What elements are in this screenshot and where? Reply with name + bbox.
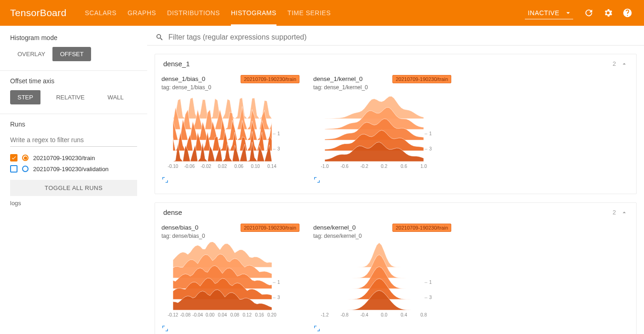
histogram-plot[interactable]: -1.0-0.6-0.20.20.61.013 bbox=[313, 93, 437, 172]
offset-axis-step[interactable]: STEP bbox=[10, 90, 40, 104]
svg-text:0.06: 0.06 bbox=[235, 164, 244, 169]
svg-text:-0.06: -0.06 bbox=[184, 164, 195, 169]
expand-button[interactable] bbox=[313, 176, 451, 185]
svg-text:0.20: 0.20 bbox=[267, 312, 276, 317]
run-name: 20210709-190230/train bbox=[33, 155, 95, 161]
run-selector-dropdown[interactable]: INACTIVE bbox=[525, 7, 573, 19]
svg-text:1: 1 bbox=[277, 131, 280, 136]
run-checkbox[interactable] bbox=[10, 165, 17, 173]
tag-group-count: 2 bbox=[613, 209, 616, 216]
svg-text:0.02: 0.02 bbox=[218, 164, 227, 169]
run-badge: 20210709-190230/train bbox=[241, 75, 299, 83]
svg-text:-1.2: -1.2 bbox=[321, 312, 329, 317]
svg-text:0.10: 0.10 bbox=[251, 164, 260, 169]
card-title: dense/kernel_0 bbox=[313, 224, 362, 232]
offset-axis-wall[interactable]: WALL bbox=[100, 90, 131, 104]
tag-group-header[interactable]: dense2 bbox=[155, 203, 636, 222]
chevron-down-icon bbox=[564, 9, 572, 17]
expand-button[interactable] bbox=[161, 325, 299, 334]
run-selector-label: INACTIVE bbox=[528, 9, 559, 17]
svg-text:-0.10: -0.10 bbox=[168, 164, 178, 169]
expand-button[interactable] bbox=[313, 325, 451, 334]
histogram-card: dense/bias_0tag: dense/bias_020210709-19… bbox=[161, 224, 299, 334]
histogram-plot[interactable]: -0.10-0.06-0.020.020.060.100.1413 bbox=[161, 93, 286, 172]
svg-text:1: 1 bbox=[277, 280, 280, 285]
svg-text:3: 3 bbox=[429, 295, 432, 300]
run-row[interactable]: 20210709-190230/train bbox=[10, 152, 137, 163]
tag-group-name: dense_1 bbox=[163, 60, 190, 68]
runs-filter-input[interactable] bbox=[10, 133, 137, 147]
card-tag: tag: dense/kernel_0 bbox=[313, 233, 362, 239]
runs-list: 20210709-190230/train20210709-190230/val… bbox=[10, 152, 137, 174]
run-radio[interactable] bbox=[22, 155, 29, 161]
toggle-all-runs-button[interactable]: TOGGLE ALL RUNS bbox=[10, 180, 137, 196]
hist-mode-overlay[interactable]: OVERLAY bbox=[10, 47, 52, 61]
svg-text:1.0: 1.0 bbox=[420, 164, 427, 169]
run-name: 20210709-190230/validation bbox=[33, 166, 109, 173]
settings-button[interactable] bbox=[602, 6, 615, 19]
sidebar: Histogram mode OVERLAYOFFSET Offset time… bbox=[0, 26, 147, 334]
fullscreen-icon bbox=[161, 176, 169, 184]
svg-text:-0.8: -0.8 bbox=[340, 312, 349, 317]
search-icon bbox=[155, 33, 164, 41]
fullscreen-icon bbox=[161, 325, 169, 332]
run-badge: 20210709-190230/train bbox=[392, 224, 451, 232]
svg-text:0.00: 0.00 bbox=[206, 312, 215, 317]
offset-axis-label: Offset time axis bbox=[10, 77, 137, 85]
help-button[interactable] bbox=[621, 6, 634, 19]
tag-group-name: dense bbox=[163, 208, 182, 216]
svg-text:-0.02: -0.02 bbox=[201, 164, 211, 169]
svg-text:0.08: 0.08 bbox=[230, 312, 240, 317]
run-badge: 20210709-190230/train bbox=[241, 224, 299, 232]
svg-text:-0.6: -0.6 bbox=[340, 164, 349, 169]
run-radio[interactable] bbox=[22, 166, 29, 172]
offset-axis-relative[interactable]: RELATIVE bbox=[49, 90, 92, 104]
run-row[interactable]: 20210709-190230/validation bbox=[10, 163, 137, 174]
svg-text:0.12: 0.12 bbox=[243, 312, 252, 317]
offset-axis-segmented: STEPRELATIVEWALL bbox=[10, 90, 139, 104]
top-app-bar: TensorBoard SCALARSGRAPHSDISTRIBUTIONSHI… bbox=[0, 0, 644, 26]
chevron-up-icon bbox=[621, 209, 628, 216]
card-tag: tag: dense/bias_0 bbox=[161, 233, 205, 239]
histogram-plot[interactable]: -0.12-0.08-0.040.000.040.080.120.160.201… bbox=[161, 242, 286, 320]
run-checkbox[interactable] bbox=[10, 154, 17, 161]
tab-histograms[interactable]: HISTOGRAMS bbox=[231, 0, 276, 26]
tag-group: dense_12dense_1/bias_0tag: dense_1/bias_… bbox=[155, 54, 637, 194]
svg-text:0.0: 0.0 bbox=[381, 312, 387, 317]
tag-filter-input[interactable] bbox=[168, 33, 636, 41]
hist-mode-segmented: OVERLAYOFFSET bbox=[10, 47, 91, 61]
svg-text:0.4: 0.4 bbox=[401, 312, 407, 317]
svg-text:-0.12: -0.12 bbox=[168, 312, 178, 317]
svg-text:0.2: 0.2 bbox=[381, 164, 387, 169]
histogram-plot[interactable]: -1.2-0.8-0.40.00.40.813 bbox=[313, 242, 437, 320]
svg-text:1: 1 bbox=[429, 280, 432, 285]
svg-text:3: 3 bbox=[277, 147, 280, 152]
logdir-label: logs bbox=[0, 200, 147, 207]
tag-filter-row bbox=[147, 26, 644, 46]
card-title: dense_1/bias_0 bbox=[161, 75, 211, 83]
expand-button[interactable] bbox=[161, 176, 299, 185]
tag-group-header[interactable]: dense_12 bbox=[155, 54, 636, 73]
svg-text:0.8: 0.8 bbox=[420, 312, 427, 317]
svg-text:3: 3 bbox=[429, 147, 432, 152]
hist-mode-offset[interactable]: OFFSET bbox=[52, 47, 91, 61]
svg-text:3: 3 bbox=[277, 295, 280, 300]
svg-text:0.14: 0.14 bbox=[267, 164, 276, 169]
svg-text:-0.04: -0.04 bbox=[192, 312, 203, 317]
svg-text:0.16: 0.16 bbox=[255, 312, 264, 317]
card-tag: tag: dense_1/kernel_0 bbox=[313, 84, 368, 91]
svg-text:-0.4: -0.4 bbox=[360, 312, 368, 317]
runs-label: Runs bbox=[10, 121, 137, 128]
svg-text:-0.08: -0.08 bbox=[180, 312, 190, 317]
tab-graphs[interactable]: GRAPHS bbox=[127, 0, 156, 26]
app-logo: TensorBoard bbox=[10, 7, 66, 18]
tab-distributions[interactable]: DISTRIBUTIONS bbox=[167, 0, 220, 26]
tab-time-series[interactable]: TIME SERIES bbox=[288, 0, 331, 26]
refresh-button[interactable] bbox=[582, 6, 595, 19]
svg-text:0.6: 0.6 bbox=[401, 164, 407, 169]
tab-scalars[interactable]: SCALARS bbox=[85, 0, 116, 26]
tag-group: dense2dense/bias_0tag: dense/bias_020210… bbox=[155, 202, 637, 334]
fullscreen-icon bbox=[313, 176, 321, 184]
hist-mode-label: Histogram mode bbox=[10, 34, 137, 41]
histogram-card: dense/kernel_0tag: dense/kernel_02021070… bbox=[313, 224, 451, 334]
